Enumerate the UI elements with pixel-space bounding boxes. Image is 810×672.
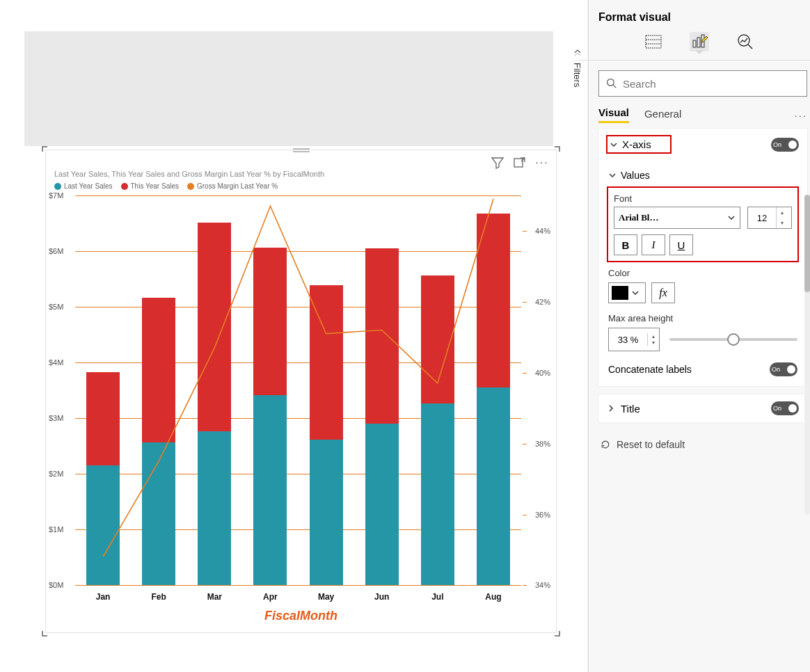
search-icon bbox=[606, 78, 617, 89]
y1-tick-label: $4M bbox=[49, 358, 63, 367]
filter-icon[interactable] bbox=[491, 156, 505, 170]
slider-thumb[interactable] bbox=[727, 333, 740, 346]
filters-pane-collapsed[interactable]: Filters bbox=[567, 0, 588, 672]
title-toggle[interactable]: On bbox=[771, 401, 799, 415]
tab-visual[interactable]: Visual bbox=[598, 106, 629, 123]
canvas-background-strip bbox=[24, 31, 553, 146]
focus-mode-icon[interactable] bbox=[513, 156, 527, 170]
card-title: Title On bbox=[598, 394, 807, 422]
bar-May[interactable]: May bbox=[310, 195, 343, 585]
svg-line-8 bbox=[748, 45, 752, 49]
svg-rect-4 bbox=[693, 40, 696, 47]
spin-up-icon[interactable]: ▴ bbox=[777, 207, 788, 218]
font-group: Font Arial Bl… ▴▾ B I bbox=[608, 188, 797, 261]
color-picker[interactable] bbox=[608, 282, 646, 303]
font-family-value: Arial Bl… bbox=[619, 212, 658, 223]
bar-Mar[interactable]: Mar bbox=[198, 195, 231, 585]
chart-legend: Last Year Sales This Year Sales Gross Ma… bbox=[46, 179, 556, 195]
scrollbar-thumb[interactable] bbox=[804, 195, 810, 292]
spin-down-icon[interactable]: ▾ bbox=[648, 339, 659, 346]
font-family-select[interactable]: Arial Bl… bbox=[614, 207, 740, 229]
resize-handle-bl[interactable] bbox=[42, 631, 47, 637]
toggle-label: On bbox=[773, 141, 781, 148]
x-category-label: Feb bbox=[142, 592, 175, 602]
font-label: Font bbox=[614, 193, 792, 204]
x-axis-title: FiscalMonth bbox=[46, 609, 556, 623]
concatenate-label: Concatenate labels bbox=[608, 364, 692, 375]
format-visual-icon[interactable] bbox=[690, 32, 709, 51]
chevron-right-icon bbox=[607, 404, 615, 413]
y2-tick-label: 44% bbox=[535, 227, 550, 235]
x-axis-toggle[interactable]: On bbox=[771, 138, 799, 152]
fx-button[interactable]: fx bbox=[651, 282, 675, 303]
title-label: Title bbox=[621, 403, 640, 415]
legend-label-ly: Last Year Sales bbox=[64, 182, 113, 190]
chart-title: Last Year Sales, This Year Sales and Gro… bbox=[46, 150, 556, 179]
y2-tick-label: 34% bbox=[535, 581, 550, 589]
resize-handle-tr[interactable] bbox=[555, 146, 560, 152]
reset-label: Reset to default bbox=[617, 439, 685, 450]
bar-Aug[interactable]: Aug bbox=[477, 195, 510, 585]
move-grip[interactable] bbox=[293, 148, 310, 152]
x-axis-label: X-axis bbox=[622, 138, 651, 150]
values-label: Values bbox=[621, 170, 650, 181]
reset-to-default[interactable]: Reset to default bbox=[598, 431, 807, 458]
format-scrollbar[interactable] bbox=[804, 195, 810, 515]
chevron-down-icon bbox=[608, 171, 617, 179]
legend-dot-gm bbox=[187, 183, 194, 190]
max-height-label: Max area height bbox=[608, 313, 797, 323]
max-height-slider[interactable] bbox=[669, 338, 797, 341]
spin-up-icon[interactable]: ▴ bbox=[648, 333, 659, 339]
x-category-label: Apr bbox=[253, 592, 287, 602]
card-x-axis: X-axis On Values Font Arial Bl… bbox=[598, 129, 807, 386]
font-size-input[interactable]: ▴▾ bbox=[747, 207, 792, 229]
tabs-more-icon[interactable]: ··· bbox=[794, 109, 807, 121]
max-height-unit: % bbox=[630, 335, 639, 345]
bar-Jul[interactable]: Jul bbox=[421, 195, 454, 585]
y1-tick-label: $5M bbox=[49, 303, 63, 311]
resize-handle-br[interactable] bbox=[555, 631, 560, 637]
concatenate-toggle[interactable]: On bbox=[770, 362, 797, 376]
y1-tick-label: $7M bbox=[49, 191, 63, 200]
filters-label: Filters bbox=[572, 63, 582, 87]
chart-visual[interactable]: ··· Last Year Sales, This Year Sales and… bbox=[45, 150, 557, 633]
chevron-down-icon bbox=[610, 141, 618, 149]
search-input[interactable] bbox=[598, 70, 807, 97]
search-field[interactable] bbox=[623, 78, 800, 90]
italic-button[interactable]: I bbox=[642, 234, 665, 255]
toggle-label: On bbox=[773, 405, 781, 412]
analytics-icon[interactable] bbox=[736, 32, 755, 51]
y2-tick-label: 42% bbox=[535, 298, 550, 306]
toggle-label: On bbox=[772, 366, 780, 373]
bar-Jun[interactable]: Jun bbox=[365, 195, 399, 585]
plot-area: $0M$1M$2M$3M$4M$5M$6M$7M34%36%38%40%42%4… bbox=[75, 195, 521, 585]
svg-rect-1 bbox=[646, 35, 661, 48]
y1-tick-label: $2M bbox=[49, 470, 63, 478]
max-height-value-box[interactable]: 33 % ▴▾ bbox=[608, 328, 660, 351]
chevron-down-icon bbox=[631, 289, 640, 297]
x-axis-header[interactable]: X-axis On bbox=[598, 129, 807, 160]
format-pane-title: Format visual bbox=[598, 0, 800, 29]
y1-tick-label: $3M bbox=[49, 414, 63, 422]
tab-general[interactable]: General bbox=[644, 108, 681, 122]
legend-label-gm: Gross Margin Last Year % bbox=[197, 182, 278, 190]
spin-down-icon[interactable]: ▾ bbox=[777, 218, 788, 228]
legend-label-ty: This Year Sales bbox=[131, 182, 180, 190]
bar-Jan[interactable]: Jan bbox=[86, 195, 120, 585]
resize-handle-tl[interactable] bbox=[42, 146, 47, 152]
color-swatch bbox=[612, 286, 628, 300]
font-size-value[interactable] bbox=[748, 207, 776, 228]
svg-point-7 bbox=[738, 35, 749, 46]
reset-icon bbox=[600, 439, 611, 450]
legend-dot-ly bbox=[54, 183, 61, 190]
values-header[interactable]: Values bbox=[608, 170, 797, 181]
underline-button[interactable]: U bbox=[669, 234, 693, 255]
build-visual-icon[interactable] bbox=[644, 32, 663, 51]
bar-Apr[interactable]: Apr bbox=[253, 195, 287, 585]
filters-expand-icon bbox=[573, 49, 582, 58]
more-options-icon[interactable]: ··· bbox=[535, 156, 549, 170]
bar-Feb[interactable]: Feb bbox=[142, 195, 175, 585]
x-category-label: Mar bbox=[198, 592, 231, 602]
title-header[interactable]: Title On bbox=[598, 394, 807, 422]
bold-button[interactable]: B bbox=[614, 234, 637, 255]
